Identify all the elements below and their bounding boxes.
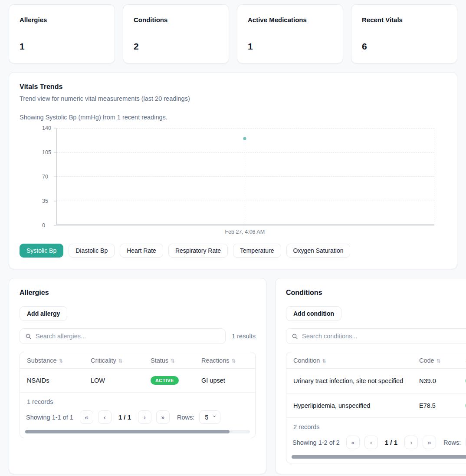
bottom-panels: Allergies Add allergy 1 results Substanc… [9, 278, 457, 474]
column-header-condition[interactable]: Condition⇅ [286, 357, 412, 364]
prev-page-button[interactable]: ‹ [98, 410, 112, 424]
filter-systolic-bp[interactable]: Systolic Bp [20, 244, 63, 258]
vitals-showing-text: Showing Systolic Bp (mmHg) from 1 recent… [20, 114, 446, 121]
filter-heart-rate[interactable]: Heart Rate [120, 244, 163, 258]
stat-card-recent-vitals: Recent Vitals 6 [351, 4, 457, 63]
condition-status: ACTIVE [459, 377, 466, 385]
column-header-criticality[interactable]: Criticality⇅ [84, 357, 144, 364]
conditions-table-header: Condition⇅ Code⇅ Status⇅ [286, 352, 466, 369]
conditions-search-row: 2 results [286, 328, 466, 344]
allergy-table-row[interactable]: NSAIDs LOW ACTIVE GI upset [20, 369, 255, 393]
rows-per-page-label: Rows: [177, 414, 194, 421]
rows-per-page-select[interactable]: 5 [199, 410, 220, 424]
conditions-table-scroll: Condition⇅ Code⇅ Status⇅ Urinary tract i… [286, 352, 466, 418]
stat-value: 1 [20, 41, 104, 52]
conditions-pagination: Showing 1-2 of 2 « ‹ 1 / 1 › » Rows: 5 [286, 431, 466, 451]
rows-per-page-wrap: 5 [199, 410, 220, 424]
allergies-title: Allergies [20, 289, 256, 297]
status-badge: ACTIVE [151, 376, 179, 385]
chart-point[interactable] [243, 137, 246, 140]
allergies-panel: Allergies Add allergy 1 results Substanc… [9, 278, 266, 474]
conditions-table: Condition⇅ Code⇅ Status⇅ Urinary tract i… [286, 352, 466, 463]
x-axis-tick-label: Feb 27, 4:06 AM [225, 229, 265, 235]
allergy-reactions: GI upset [194, 377, 255, 384]
column-header-reactions[interactable]: Reactions⇅ [194, 357, 255, 364]
stat-value: 1 [248, 41, 332, 52]
search-icon [292, 333, 298, 340]
condition-code: N39.0 [412, 377, 459, 384]
conditions-search-input[interactable] [302, 333, 466, 340]
vitals-chart: 140 105 70 35 0 Feb 27, 4:06 AM [20, 126, 446, 234]
first-page-button[interactable]: « [346, 436, 360, 449]
first-page-button[interactable]: « [80, 410, 93, 424]
search-icon [25, 333, 32, 340]
allergy-status: ACTIVE [144, 376, 194, 385]
stat-card-allergies: Allergies 1 [9, 4, 115, 63]
next-page-button[interactable]: › [138, 410, 151, 424]
last-page-button[interactable]: » [423, 436, 436, 449]
x-axis-tick [245, 225, 245, 228]
filter-temperature[interactable]: Temperature [233, 244, 281, 258]
vitals-trends-subtitle: Trend view for numeric vital measurement… [20, 95, 446, 102]
allergies-table-header: Substance⇅ Criticality⇅ Status⇅ Reaction… [20, 352, 255, 369]
conditions-search-box [286, 328, 466, 344]
sort-icon: ⇅ [171, 358, 174, 364]
allergies-showing-text: Showing 1-1 of 1 [26, 414, 73, 421]
conditions-panel: Conditions Add condition 2 results Condi… [275, 278, 466, 474]
filter-oxygen-saturation[interactable]: Oxygen Saturation [286, 244, 351, 258]
prev-page-button[interactable]: ‹ [364, 436, 378, 449]
condition-status: ACTIVE [459, 401, 466, 410]
allergies-table-scroll: Substance⇅ Criticality⇅ Status⇅ Reaction… [20, 352, 255, 393]
horizontal-scrollbar-track[interactable] [25, 430, 250, 433]
allergies-results-count: 1 results [232, 333, 256, 340]
allergies-search-input[interactable] [36, 333, 220, 340]
column-header-status[interactable]: Status⇅ [144, 357, 194, 364]
page-indicator: 1 / 1 [118, 413, 131, 421]
condition-name: Urinary tract infection, site not specif… [286, 377, 412, 384]
conditions-record-count: 2 records [286, 418, 466, 431]
sort-icon: ⇅ [322, 358, 326, 364]
column-header-status[interactable]: Status⇅ [459, 357, 466, 364]
gridline-105 [57, 152, 434, 153]
column-header-code[interactable]: Code⇅ [412, 357, 459, 364]
horizontal-scrollbar-thumb[interactable] [292, 455, 466, 459]
allergies-search-box [20, 328, 226, 344]
condition-table-row[interactable]: Hyperlipidemia, unspecified E78.5 ACTIVE [286, 393, 466, 418]
condition-name: Hyperlipidemia, unspecified [286, 402, 412, 409]
condition-code: E78.5 [412, 402, 459, 409]
stat-label: Allergies [20, 16, 104, 23]
add-condition-button[interactable]: Add condition [286, 306, 341, 321]
allergies-search-row: 1 results [20, 328, 256, 344]
sort-icon: ⇅ [59, 358, 63, 364]
sort-icon: ⇅ [231, 358, 235, 364]
horizontal-scrollbar-thumb[interactable] [25, 430, 230, 433]
gridline-right-border [434, 128, 434, 225]
gridline-35 [57, 201, 434, 201]
gridline-140 [57, 128, 434, 129]
gridline-data-point-vertical [245, 128, 245, 225]
conditions-showing-text: Showing 1-2 of 2 [292, 439, 340, 446]
rows-per-page-label: Rows: [443, 439, 461, 446]
stat-card-conditions: Conditions 2 [123, 4, 229, 63]
horizontal-scrollbar-track[interactable] [292, 455, 466, 459]
stat-card-row: Allergies 1 Conditions 2 Active Medicati… [9, 4, 457, 63]
next-page-button[interactable]: › [404, 436, 418, 449]
condition-table-row[interactable]: Urinary tract infection, site not specif… [286, 369, 466, 393]
stat-label: Recent Vitals [362, 16, 446, 23]
allergy-substance: NSAIDs [20, 377, 84, 384]
stat-value: 2 [134, 41, 218, 52]
allergies-record-count: 1 records [20, 393, 255, 406]
filter-diastolic-bp[interactable]: Diastolic Bp [69, 244, 115, 258]
vital-filter-row: Systolic Bp Diastolic Bp Heart Rate Resp… [20, 244, 446, 258]
add-allergy-button[interactable]: Add allergy [20, 306, 67, 321]
vitals-trends-title: Vitals Trends [20, 83, 446, 91]
column-header-substance[interactable]: Substance⇅ [20, 357, 84, 364]
chart-plot-area: Feb 27, 4:06 AM [56, 128, 434, 225]
stat-label: Conditions [134, 16, 218, 23]
allergies-pagination: Showing 1-1 of 1 « ‹ 1 / 1 › » Rows: 5 [20, 406, 255, 426]
filter-respiratory-rate[interactable]: Respiratory Rate [168, 244, 228, 258]
conditions-title: Conditions [286, 289, 466, 297]
stat-label: Active Medications [248, 16, 332, 23]
last-page-button[interactable]: » [156, 410, 170, 424]
allergy-criticality: LOW [84, 377, 144, 384]
